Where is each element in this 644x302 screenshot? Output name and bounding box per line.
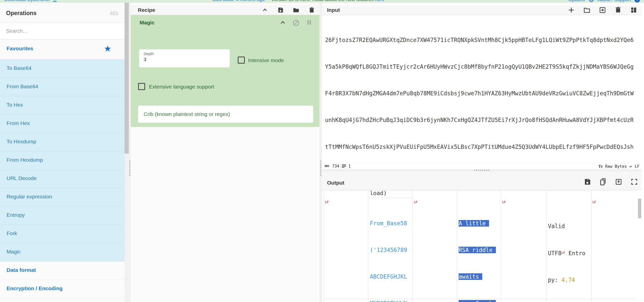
table-cell-result-selected: A little RSA riddle awaits you. Crack th… (459, 201, 496, 302)
category-data-format[interactable]: Data format (0, 262, 125, 280)
line-count-icon (342, 164, 346, 168)
replace-input-with-output-icon[interactable] (615, 178, 622, 187)
depth-field[interactable]: Depth (139, 49, 230, 67)
magic-disable-icon[interactable] (292, 19, 300, 28)
intensive-mode-checkbox[interactable] (238, 57, 245, 64)
open-input-icon[interactable] (595, 6, 610, 13)
crib-field[interactable] (138, 106, 313, 123)
last-build-link[interactable]: Last build: 4 months ago (213, 0, 265, 2)
line-count: 1 (348, 164, 351, 168)
version-notice: Version 10 is here. Read about the new f… (271, 0, 384, 2)
intensive-mode-label: Intensive mode (248, 57, 284, 63)
splitter-grip (129, 161, 130, 176)
recipe-panel: Recipe Magic (131, 3, 322, 302)
options-link[interactable]: Options (568, 0, 585, 3)
operations-recipe-splitter[interactable] (129, 3, 131, 302)
input-status-bar: ABC 734 1 Tt Raw Bytes ↩ LF (322, 163, 641, 169)
gear-icon[interactable]: ⚙ (588, 0, 594, 3)
save-recipe-icon[interactable] (273, 7, 288, 14)
encoding-selector[interactable]: Raw Bytes (605, 164, 627, 169)
magic-collapse-icon[interactable] (279, 19, 286, 28)
output-table: load) LF LF LF LF From_Base58 ('12345678… (322, 190, 641, 302)
char-count: 734 (332, 164, 339, 168)
op-item-from-base64[interactable]: From Base64 (0, 78, 125, 96)
op-item-fork[interactable]: Fork (0, 225, 125, 243)
operations-scrollbar[interactable] (125, 3, 129, 302)
table-cell-properties: Valid UTF8LF Entro py: 4.74 (548, 204, 585, 302)
lf-marker: LF (414, 200, 417, 204)
lf-marker: LF (325, 200, 329, 204)
recipe-io-splitter[interactable] (319, 3, 322, 302)
about-support-link[interactable]: About / Support (598, 0, 631, 3)
search-input[interactable] (6, 23, 117, 39)
splitter-grip (320, 161, 321, 176)
download-cyberchef-link[interactable]: Download CyberChef (5, 0, 50, 2)
add-input-tab-icon[interactable] (564, 6, 579, 13)
input-textarea[interactable]: 26FjtozsZ7R2EQAwURGXtqZDnce7XW47571icTRQ… (322, 15, 641, 163)
entropy-value: 4.74 (561, 277, 575, 283)
input-output-splitter[interactable] (322, 169, 641, 171)
magic-breakpoint-pause-icon[interactable] (306, 19, 312, 28)
op-item-entropy[interactable]: Entropy (0, 206, 125, 225)
eol-selector[interactable]: LF (635, 164, 639, 169)
output-header: Output (322, 171, 641, 190)
encoding-icon: Tt (598, 164, 602, 169)
output-scrollbar-thumb[interactable] (638, 199, 641, 218)
favourites-star-icon[interactable]: ★ (104, 44, 111, 54)
recipe-title: Recipe (138, 7, 155, 13)
favourites-title: Favourites (7, 46, 33, 52)
depth-label: Depth (144, 52, 154, 56)
operations-panel: Operations 463 Favourites ★ To Base64 Fr… (0, 3, 131, 302)
magic-op-title: Magic (140, 20, 155, 26)
help-icon[interactable]: ? (634, 0, 640, 3)
table-cell-previous-row-fragment: load) (370, 191, 411, 197)
operations-scrollbar-thumb[interactable] (125, 3, 129, 154)
collapse-operations-icon[interactable] (257, 7, 273, 14)
load-recipe-folder-icon[interactable] (288, 7, 304, 14)
lf-marker: LF (561, 251, 565, 254)
save-output-icon[interactable] (584, 178, 591, 187)
op-item-to-hex[interactable]: To Hex (0, 96, 125, 115)
operations-count: 463 (110, 11, 118, 16)
clear-recipe-trash-icon[interactable] (304, 7, 319, 14)
op-item-magic[interactable]: Magic (0, 243, 125, 262)
clear-input-trash-icon[interactable] (610, 6, 626, 13)
op-item-to-base64[interactable]: To Base64 (0, 60, 125, 78)
cyberchef-app: Download CyberChef Last build: 4 months … (0, 0, 644, 302)
char-count-icon: ABC (325, 164, 330, 168)
maximize-output-icon[interactable] (630, 178, 638, 187)
extensive-language-label: Extensive language support (149, 84, 214, 90)
lf-marker: LF (502, 200, 506, 204)
operations-title: Operations (6, 10, 36, 17)
io-panel: Input (322, 3, 641, 302)
input-title: Input (327, 7, 340, 13)
extensive-language-checkbox[interactable] (138, 83, 145, 90)
input-layout-grid-icon[interactable] (626, 6, 641, 13)
depth-input[interactable] (144, 57, 224, 62)
crib-input[interactable] (144, 106, 307, 123)
copy-output-icon[interactable] (599, 178, 607, 187)
table-cell-recipe-link[interactable]: From_Base58 ('123456789 ABCDEFGHJKL MNPQ… (370, 201, 407, 302)
recipe-operation-magic[interactable]: Magic Depth Intensi (131, 15, 319, 127)
splitter-grip (474, 170, 489, 171)
favourites-header[interactable]: Favourites ★ (0, 39, 125, 60)
output-title: Output (327, 180, 344, 186)
lf-marker: LF (592, 200, 596, 204)
eol-arrow-icon: ↩ (629, 164, 632, 169)
open-folder-icon[interactable] (579, 6, 595, 13)
op-item-regular-expression[interactable]: Regular expression (0, 188, 125, 206)
op-item-from-hexdump[interactable]: From Hexdump (0, 151, 125, 170)
download-icon[interactable] (53, 0, 57, 2)
category-encryption-encoding[interactable]: Encryption / Encoding (0, 280, 125, 298)
op-item-to-hexdump[interactable]: To Hexdump (0, 133, 125, 151)
op-item-from-hex[interactable]: From Hex (0, 115, 125, 133)
version-here-link[interactable]: here (375, 0, 384, 2)
top-banner: Download CyberChef Last build: 4 months … (0, 0, 644, 3)
op-item-url-decode[interactable]: URL Decode (0, 170, 125, 188)
